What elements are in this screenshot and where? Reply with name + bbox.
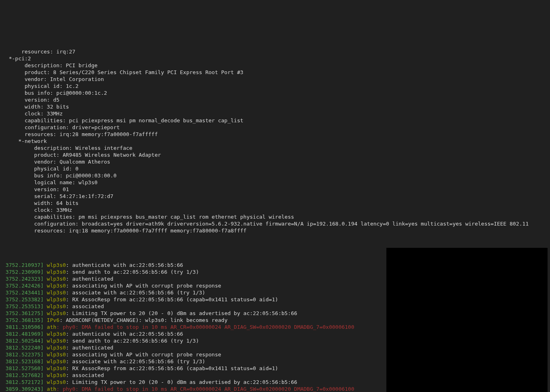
lshw-line: logical name: wlp3s0 [2,179,548,186]
dmesg-message: : authenticate with ac:22:05:56:b5:66 [66,330,183,337]
lshw-line: description: PCI bridge [2,62,548,69]
lshw-line: capabilities: pci pciexpress msi pm norm… [2,117,548,124]
dmesg-timestamp: 3752.361275] [2,310,44,317]
lshw-line: clock: 33MHz [2,207,548,213]
lshw-line: product: 8 Series/C220 Series Chipset Fa… [2,69,548,76]
dmesg-timestamp: 3812.522240] [2,344,44,351]
dmesg-timestamp: 3752.243441] [2,289,44,296]
dmesg-interface: ath [44,324,56,330]
dmesg-message: : send auth to ac:22:05:56:b5:66 (try 1/… [66,268,199,275]
dmesg-timestamp: 3752.253513] [2,303,44,310]
dmesg-interface: wlp3s0 [44,365,66,372]
lshw-line: width: 64 bits [2,200,548,207]
dmesg-message: : authenticated [66,344,113,351]
dmesg-message: : phy0: DMA failed to stop in 10 ms AR_C… [56,386,354,392]
dmesg-timestamp: 3752.368135] [2,317,44,324]
dmesg-timestamp: 3859.309243] [2,386,44,392]
dmesg-timestamp: 3812.523168] [2,358,44,365]
dmesg-timestamp: 3812.527560] [2,365,44,372]
dmesg-message: : RX AssocResp from ac:22:05:56:b5:66 (c… [66,296,278,303]
dmesg-interface: wlp3s0 [44,379,66,386]
lshw-line: clock: 33MHz [2,110,548,117]
lshw-line: physical id: 1c.2 [2,83,548,89]
lshw-line: resources: irq:28 memory:f7a00000-f7afff… [2,131,548,138]
dmesg-timestamp: 3812.572172] [2,379,44,386]
dmesg-message: : ADDRCONF(NETDEV_CHANGE): wlp3s0: link … [60,317,228,324]
dmesg-interface: wlp3s0 [44,275,66,282]
dmesg-interface: wlp3s0 [44,289,66,296]
lshw-line: version: d5 [2,96,548,103]
dmesg-message: : associated [66,372,104,379]
lshw-line: physical id: 0 [2,165,548,172]
dmesg-message: : send auth to ac:22:05:56:b5:66 (try 1/… [66,337,199,344]
dmesg-timestamp: 3811.310506] [2,324,44,330]
dmesg-message: : associated [66,303,104,310]
lshw-line: serial: 54:27:1e:1f:72:d7 [2,193,548,200]
dmesg-message: : associate with ac:22:05:56:b5:66 (try … [66,358,205,365]
lshw-line: vendor: Qualcomm Atheros [2,158,548,165]
dmesg-interface: wlp3s0 [44,351,66,358]
dmesg-message: : authenticate with ac:22:05:56:b5:66 [66,262,183,268]
dmesg-interface: wlp3s0 [44,268,66,275]
lshw-line: description: Wireless interface [2,145,548,151]
dmesg-message: : RX AssocResp from ac:22:05:56:b5:66 (c… [66,365,278,372]
lshw-line: bus info: pci@0000:03:00.0 [2,172,548,179]
dmesg-message: : Limiting TX power to 20 (20 - 0) dBm a… [66,310,297,317]
dmesg-timestamp: 3812.527682] [2,372,44,379]
dmesg-message: : associate with ac:22:05:56:b5:66 (try … [66,289,205,296]
lshw-line: vendor: Intel Corporation [2,76,548,83]
dmesg-message: : Limiting TX power to 20 (20 - 0) dBm a… [66,379,297,386]
lshw-line: configuration: driver=pcieport [2,124,548,131]
lshw-line: *-pci:2 [2,55,548,62]
dmesg-interface: wlp3s0 [44,296,66,303]
dmesg-interface: wlp3s0 [44,310,66,317]
lshw-line: capabilities: pm msi pciexpress bus_mast… [2,213,548,220]
dmesg-output: 3752.210937] wlp3s0: authenticate with a… [2,248,548,392]
dmesg-timestamp: 3812.502544] [2,337,44,344]
lshw-line: version: 01 [2,186,548,193]
dmesg-message: : associating with AP with corrupt probe… [66,351,222,358]
dmesg-message: : associating with AP with corrupt probe… [66,282,222,289]
dmesg-interface: wlp3s0 [44,337,66,344]
lshw-line: bus info: pci@0000:00:1c.2 [2,89,548,96]
dmesg-timestamp: 3752.253382] [2,296,44,303]
dmesg-interface: wlp3s0 [44,344,66,351]
dmesg-interface: wlp3s0 [44,303,66,310]
lshw-line: configuration: broadcast=yes driver=ath9… [2,220,548,227]
dmesg-timestamp: 3752.210937] [2,262,44,268]
dmesg-timestamp: 3752.230909] [2,268,44,275]
dmesg-interface: IPv6 [44,317,60,324]
terminal-output[interactable]: resources: irq:27 *-pci:2 description: P… [0,34,550,392]
dmesg-interface: wlp3s0 [44,372,66,379]
lshw-output: resources: irq:27 *-pci:2 description: P… [2,48,548,234]
dmesg-message: : phy0: DMA failed to stop in 10 ms AR_C… [56,324,354,330]
dmesg-timestamp: 3752.242323] [2,275,44,282]
dmesg-interface: wlp3s0 [44,282,66,289]
lshw-line: resources: irq:18 memory:f7a00000-f7a7ff… [2,227,548,234]
dmesg-interface: ath [44,386,56,392]
dmesg-interface: wlp3s0 [44,358,66,365]
dmesg-timestamp: 3812.522375] [2,351,44,358]
lshw-line: product: AR9485 Wireless Network Adapter [2,151,548,158]
dmesg-interface: wlp3s0 [44,330,66,337]
lshw-line: resources: irq:27 [2,48,548,55]
dmesg-interface: wlp3s0 [44,262,66,268]
overlay-black-box [386,248,548,392]
dmesg-timestamp: 3812.481969] [2,330,44,337]
dmesg-message: : authenticated [66,275,113,282]
lshw-line: *-network [2,138,548,145]
lshw-line: width: 32 bits [2,103,548,110]
dmesg-timestamp: 3752.242426] [2,282,44,289]
